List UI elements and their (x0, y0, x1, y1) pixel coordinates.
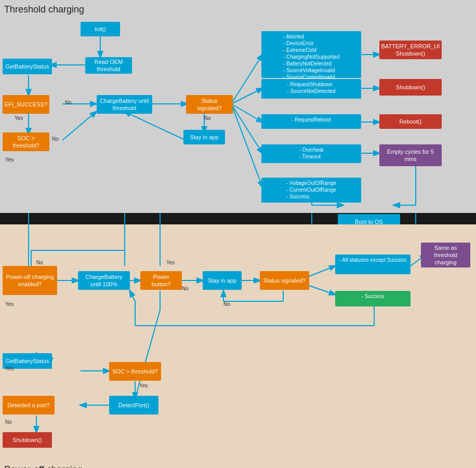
get-battery-status-box: GetBatteryStatus (3, 59, 52, 74)
errors2-box: - RequestShutdown - SourceNotDetected (261, 79, 361, 99)
errors1-box: - Aborted - DeviceError - ExtremeCold - … (261, 31, 361, 78)
reboot-box: Reboot() (379, 114, 442, 129)
divider-bar: Boot to OS (0, 213, 476, 224)
read-oem-box: Read OEM threshold (85, 57, 132, 74)
svg-line-8 (125, 112, 183, 139)
svg-line-38 (309, 286, 335, 295)
no-label-power-btn: No (182, 286, 189, 291)
svg-line-43 (130, 291, 135, 301)
power-button-box: Power button? (140, 271, 182, 290)
soc-threshold-box: SOC > threshold? (3, 132, 49, 151)
shutdown1-box: Shutdown() (379, 79, 442, 96)
top-connections-svg (0, 0, 476, 213)
yes-label-power-btn: Yes (166, 260, 175, 265)
top-section: Threshold charging (0, 0, 476, 213)
no-label-efi: No (65, 100, 72, 105)
efi-success-box: EFI_SUCCESS? (3, 95, 49, 114)
status-signaled-bottom-box: Status signaled? (260, 271, 309, 290)
stay-in-app-bottom-box: Stay in app (203, 271, 242, 290)
yes-label-detected: Yes (5, 366, 14, 371)
yes-label-soc: Yes (5, 157, 14, 163)
svg-line-12 (231, 104, 262, 153)
empty-cycles-box: Empty cycles for 5 mins (379, 144, 442, 166)
shutdown-bottom-box: Shutdown() (3, 432, 52, 448)
errors5-box: - VoltageOutOfRange - CurrentOutOfRange … (261, 178, 361, 203)
svg-line-11 (231, 104, 262, 122)
yes-label-power-off: Yes (5, 301, 14, 307)
top-section-title: Threshold charging (4, 4, 84, 15)
charge-battery-100-box: ChargeBattery until 100% (78, 271, 130, 290)
detected-port-box: Detected a port? (3, 396, 55, 414)
errors3-box: - RequestReboot (261, 114, 361, 129)
battery-error-ui-box: BATTERY_ERROR_UI Shutdown() (379, 41, 442, 59)
yes-label-soc-bot: Yes (139, 383, 148, 389)
detect-port-box: DetectPort() (109, 396, 158, 414)
no-label-status: No (204, 115, 211, 121)
same-as-threshold-box: Same as threshold charging (421, 243, 470, 268)
soc-threshold-bottom-box: SOC > threshold? (109, 362, 161, 381)
bottom-section: Power-off charging (0, 224, 476, 468)
no-label-detected: No (5, 419, 12, 425)
svg-line-9 (231, 55, 262, 104)
errors4-box: - Overheat - Timeout (261, 144, 361, 163)
svg-line-10 (231, 88, 262, 104)
status-signaled-box: Status signaled? (186, 95, 233, 114)
bottom-section-title: Power-off charging (4, 464, 83, 468)
power-off-enabled-box: Power-off charging enabled? (3, 266, 57, 295)
no-label-soc: No (52, 136, 59, 142)
svg-line-5 (62, 112, 96, 140)
divider-connections-svg (0, 213, 476, 224)
init-box: Init() (81, 22, 120, 36)
svg-line-13 (231, 104, 262, 187)
all-statuses-box: - All statuses except Success (335, 255, 411, 274)
no-label-power-off: No (36, 260, 43, 265)
no-label-status-bot: No (223, 301, 230, 307)
yes-label-efi: Yes (15, 115, 23, 121)
charge-battery-threshold-box: ChargeBattery until threshold (97, 95, 152, 114)
svg-line-37 (309, 266, 335, 276)
success-box: - Success (335, 291, 411, 306)
stay-in-app-box: Stay in app (183, 130, 225, 144)
